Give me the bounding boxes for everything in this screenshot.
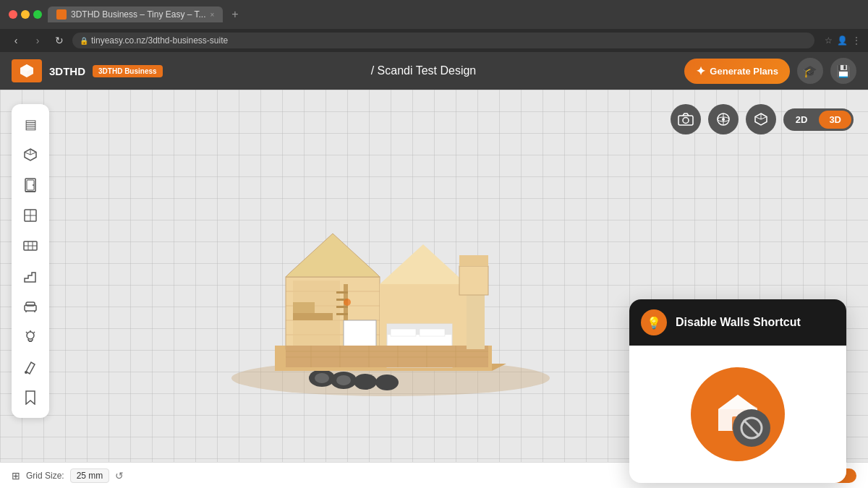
viewport[interactable]: ▤ [0, 90, 868, 488]
tooltip-body [629, 346, 846, 483]
logo-cube-icon [19, 63, 35, 79]
tooltip-title: Disable Walls Shortcut [676, 316, 801, 329]
settings-icon[interactable]: ⋮ [852, 35, 861, 46]
svg-point-28 [25, 371, 27, 374]
svg-point-30 [683, 118, 689, 124]
logo-area: 3DTHD 3DTHD Business [12, 59, 163, 82]
orbit-icon [715, 111, 731, 127]
svg-marker-51 [286, 234, 380, 277]
back-button[interactable]: ‹ [7, 35, 25, 46]
svg-point-84 [344, 299, 351, 306]
svg-rect-64 [336, 306, 348, 308]
sidebar-stairs-button[interactable] [17, 263, 43, 289]
svg-point-34 [722, 118, 725, 121]
tab-favicon [56, 9, 67, 20]
svg-line-27 [34, 332, 35, 333]
view-3d-button[interactable]: 3D [819, 111, 851, 129]
browser-nav-bar: ‹ › ↻ 🔒 tinyeasy.co.nz/3dthd-business-su… [0, 29, 868, 52]
sidebar-furniture-button[interactable] [17, 294, 43, 320]
tooltip-header: 💡 Disable Walls Shortcut [629, 299, 846, 346]
orbit-tool-button[interactable] [708, 104, 739, 134]
sidebar-bookmark-button[interactable] [17, 385, 43, 411]
sidebar-object-button[interactable] [17, 142, 43, 168]
tooltip-lightbulb-icon: 💡 [641, 309, 667, 335]
top-toolbar: 2D 3D [671, 104, 854, 134]
svg-point-44 [354, 374, 377, 390]
camera-icon [678, 113, 694, 126]
tooltip-main-icon-circle [691, 367, 785, 461]
stairs-icon [23, 269, 38, 283]
new-tab-button[interactable]: + [231, 8, 238, 21]
app-header: 3DTHD 3DTHD Business / Scandi Test Desig… [0, 52, 868, 90]
sidebar-paint-button[interactable] [17, 354, 43, 380]
save-button[interactable]: 💾 [830, 58, 856, 84]
svg-rect-71 [420, 329, 445, 336]
address-bar[interactable]: 🔒 tinyeasy.co.nz/3dthd-business-suite [72, 33, 814, 48]
generate-plans-button[interactable]: ✦ Generate Plans [684, 59, 790, 84]
light-icon [24, 330, 37, 344]
camera-tool-button[interactable] [671, 104, 701, 134]
grid-size-icon: ⊞ [12, 470, 20, 481]
svg-point-10 [33, 184, 34, 186]
door-icon [24, 178, 37, 192]
reset-grid-button[interactable]: ↺ [115, 470, 124, 481]
furniture-icon [23, 301, 38, 312]
tab-close-button[interactable]: × [210, 11, 215, 19]
wall-icon [23, 241, 38, 251]
minimize-window-button[interactable] [21, 10, 30, 19]
svg-marker-53 [380, 244, 467, 284]
svg-rect-66 [293, 313, 333, 320]
view-mode-toggle: 2D 3D [783, 108, 854, 131]
svg-rect-70 [391, 329, 416, 336]
maximize-window-button[interactable] [33, 10, 42, 19]
object-tool-button[interactable] [746, 104, 776, 134]
svg-line-6 [25, 153, 30, 155]
browser-tab[interactable]: 3DTHD Business – Tiny Easy – T... × [48, 7, 223, 22]
sidebar-layers-button[interactable]: ▤ [17, 111, 43, 137]
svg-line-26 [26, 332, 27, 333]
app-container: 3DTHD 3DTHD Business / Scandi Test Desig… [0, 52, 868, 488]
svg-line-91 [744, 420, 760, 436]
window-icon [23, 208, 38, 223]
svg-rect-67 [293, 302, 315, 313]
grid-size-value[interactable]: 25 mm [70, 468, 110, 483]
generate-plans-label: Generate Plans [710, 66, 778, 77]
browser-nav-icons: ☆ 👤 ⋮ [825, 35, 861, 46]
tab-title: 3DTHD Business – Tiny Easy – T... [71, 9, 206, 20]
svg-rect-83 [459, 255, 488, 266]
house-3d-view [203, 172, 579, 406]
help-button[interactable]: 🎓 [797, 58, 823, 84]
header-actions: ✦ Generate Plans 🎓 💾 [684, 58, 856, 84]
layers-icon: ▤ [25, 116, 37, 132]
cube-icon [23, 147, 38, 162]
bookmark-star-icon[interactable]: ☆ [825, 35, 833, 46]
svg-rect-82 [459, 266, 488, 295]
svg-rect-58 [344, 320, 376, 349]
bookmark-icon [25, 390, 36, 405]
svg-rect-20 [26, 302, 35, 306]
sidebar-door-button[interactable] [17, 172, 43, 198]
svg-line-37 [755, 117, 761, 120]
svg-rect-62 [336, 291, 348, 294]
svg-rect-72 [286, 346, 488, 367]
sidebar-light-button[interactable] [17, 324, 43, 350]
sidebar-window-button[interactable] [17, 202, 43, 228]
sidebar-wall-button[interactable] [17, 233, 43, 259]
browser-window-controls [9, 10, 42, 19]
house-3d-svg [203, 172, 579, 403]
design-title: / Scandi Test Design [163, 64, 685, 77]
box-arrows-icon [753, 111, 769, 127]
paint-icon [24, 360, 37, 374]
refresh-button[interactable]: ↻ [51, 35, 68, 46]
url-text: tinyeasy.co.nz/3dthd-business-suite [91, 35, 228, 46]
business-badge: 3DTHD Business [93, 65, 163, 77]
lock-icon: 🔒 [80, 37, 88, 45]
forward-button[interactable]: › [29, 35, 46, 46]
browser-chrome: 3DTHD Business – Tiny Easy – T... × + [0, 0, 868, 29]
svg-rect-65 [336, 313, 348, 315]
profile-icon[interactable]: 👤 [837, 35, 848, 46]
save-icon: 💾 [836, 64, 851, 78]
close-window-button[interactable] [9, 10, 17, 19]
view-2d-button[interactable]: 2D [786, 111, 818, 129]
logo-text: 3DTHD [49, 65, 85, 77]
